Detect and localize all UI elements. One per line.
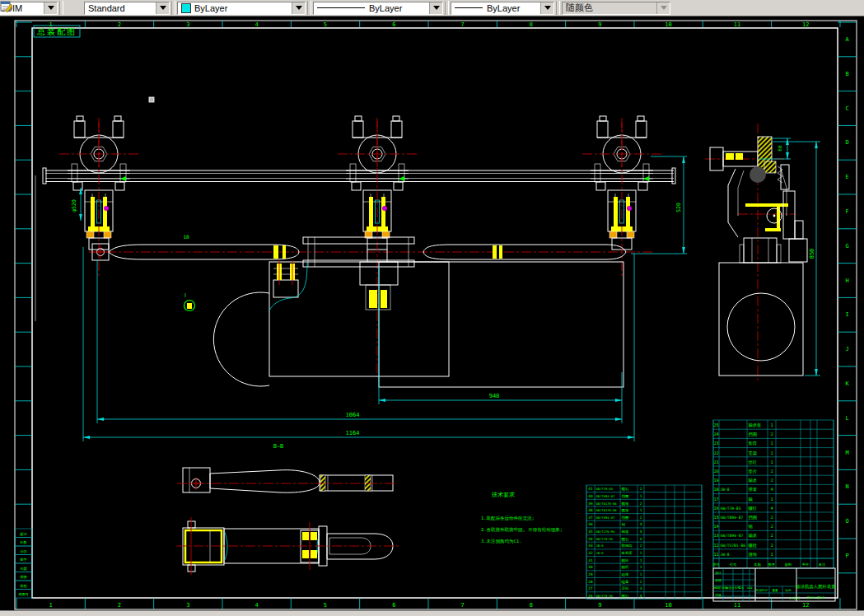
dim-arm-note: 18 bbox=[183, 234, 189, 240]
dim-right-height: 520 bbox=[675, 203, 682, 212]
generated-text: 蜗轮 bbox=[622, 558, 629, 562]
linetype-value: ByLayer bbox=[369, 3, 429, 13]
dim-arrow bbox=[682, 247, 685, 254]
generated-text: 20 bbox=[713, 469, 718, 474]
linetype-combo[interactable]: ByLayer bbox=[313, 2, 443, 15]
generated-text: 2 bbox=[770, 478, 773, 483]
generated-text: 挡圈 bbox=[622, 516, 629, 520]
toolbar-separator bbox=[59, 1, 63, 15]
generated-text: 支架 bbox=[749, 450, 757, 456]
generated-text: 挡圈 bbox=[622, 494, 629, 498]
generated-text: 日期 bbox=[747, 586, 753, 590]
text-style-dropdown-arrow[interactable] bbox=[156, 2, 169, 14]
generated-text: J bbox=[845, 346, 848, 352]
generated-text: 工艺 bbox=[715, 586, 722, 590]
generated-text: K bbox=[845, 380, 849, 387]
dim-pole-dia: φ520 bbox=[71, 199, 77, 212]
generated-text: 1 bbox=[770, 497, 773, 502]
generated-text: D bbox=[845, 139, 848, 146]
grip-square[interactable] bbox=[149, 97, 154, 102]
margin-strip: 标记处数分区签字日期描图描校底图号 bbox=[15, 529, 32, 598]
tech-requirements: 技术要求 1.装配后各运动件应灵活; 2.各联接件联接牢固, 不得有松动现象; … bbox=[481, 492, 563, 544]
generated-text: GB/T894-87 bbox=[596, 516, 615, 520]
generated-text: 4 bbox=[640, 522, 642, 526]
lineweight-dropdown-arrow[interactable] bbox=[540, 2, 553, 14]
linetype-dropdown-arrow[interactable] bbox=[429, 2, 442, 14]
generated-text: 2 bbox=[640, 502, 642, 506]
dimension-texts: 948 1064 1164 850 60 φ520 520 18 bbox=[71, 145, 815, 436]
drawing-canvas[interactable]: 123456789101112123456789101112ABCDEFGHIJ… bbox=[0, 0, 864, 616]
generated-text: 23 bbox=[713, 441, 718, 446]
generated-text: 垫片 bbox=[749, 469, 757, 474]
dim-body-width: 948 bbox=[489, 393, 500, 399]
toolbar-separator bbox=[445, 1, 449, 15]
generated-text: 2 bbox=[640, 516, 642, 520]
generated-text: 4 bbox=[255, 21, 258, 28]
text-style-combo[interactable]: Standard bbox=[84, 2, 170, 15]
generated-text: O bbox=[845, 518, 848, 525]
text-style-manager-button[interactable] bbox=[65, 0, 84, 16]
generated-text: 日期 bbox=[20, 567, 26, 571]
generated-text: 29 bbox=[588, 572, 593, 576]
generated-text: 9 bbox=[598, 21, 601, 28]
lineweight-glyph bbox=[455, 7, 483, 8]
status-strip bbox=[0, 610, 864, 616]
generated-text: 6 bbox=[392, 602, 395, 609]
generated-text: GB/T5781-86 bbox=[721, 544, 746, 548]
plot-style-dropdown-arrow bbox=[656, 2, 670, 14]
generated-text: 1 bbox=[770, 460, 773, 464]
generated-text: 设计 bbox=[715, 571, 722, 575]
gearbox-body bbox=[213, 260, 449, 386]
generated-text: 4 bbox=[770, 487, 773, 492]
color-combo[interactable]: ByLayer bbox=[177, 2, 306, 15]
generated-text: 2 bbox=[118, 21, 121, 28]
generated-text: 8 bbox=[530, 602, 533, 609]
generated-text: 描图 bbox=[20, 575, 26, 579]
dim-arrow bbox=[79, 188, 82, 194]
generated-text: 1 bbox=[770, 552, 773, 557]
generated-text: 螺钉 bbox=[622, 487, 629, 491]
sheet-frame bbox=[15, 21, 857, 609]
dim-arrow bbox=[379, 399, 385, 402]
generated-text: 轴承 bbox=[622, 530, 629, 534]
generated-text: GB/T6170-86 bbox=[596, 508, 618, 512]
generated-text: 8 bbox=[530, 21, 533, 28]
generated-text: JB-8 bbox=[721, 553, 730, 557]
generated-text: 1 bbox=[49, 602, 52, 609]
detail-view-cylinder bbox=[176, 517, 399, 575]
generated-text: 数量 bbox=[768, 562, 775, 567]
generated-text: 37 bbox=[588, 516, 593, 520]
generated-text: 箱体 bbox=[622, 572, 629, 576]
generated-text: B bbox=[845, 71, 848, 77]
generated-text: 1 bbox=[640, 551, 642, 555]
generated-text: 1 bbox=[640, 565, 642, 569]
generated-text: 11 bbox=[713, 552, 718, 557]
toolbar-separator bbox=[307, 1, 311, 15]
toolbar-separator bbox=[556, 1, 560, 15]
zone-strip: 123456789101112123456789101112ABCDEFGHIJ… bbox=[15, 21, 857, 609]
parts-list-left: 41GB/T70-85螺钉240GB/T894-87挡圈139GB/T6170-… bbox=[586, 485, 702, 599]
dim-overall-bottom: 1164 bbox=[346, 430, 360, 436]
dim-style-dropdown-arrow[interactable] bbox=[44, 2, 57, 14]
color-dropdown-arrow[interactable] bbox=[292, 2, 305, 14]
generated-text: 轴承 bbox=[749, 478, 757, 483]
toolbar-separator bbox=[171, 1, 175, 15]
generated-text: I bbox=[845, 311, 848, 318]
generated-text: 材料 bbox=[784, 562, 792, 567]
corner-label: 总装配图 bbox=[34, 26, 80, 37]
generated-text: C bbox=[845, 105, 848, 112]
generated-text: 2 bbox=[770, 469, 773, 474]
generated-text: 40 bbox=[588, 494, 593, 498]
plot-style-combo: 随颜色 bbox=[562, 2, 670, 15]
generated-text: 4 bbox=[640, 530, 642, 534]
generated-text: 12 bbox=[802, 602, 809, 609]
generated-text: 12 bbox=[713, 543, 718, 548]
dim-arrow bbox=[615, 399, 622, 402]
lineweight-combo[interactable]: ByLayer bbox=[451, 2, 554, 15]
generated-text: 17 bbox=[713, 497, 718, 502]
generated-text: 除冰机器人爬杆装置 bbox=[796, 584, 836, 590]
dim-overall-mid: 1064 bbox=[346, 412, 360, 418]
generated-text: 3 bbox=[640, 586, 642, 590]
generated-text: 滚轮 bbox=[622, 586, 629, 590]
generated-text: 2 bbox=[770, 543, 773, 548]
